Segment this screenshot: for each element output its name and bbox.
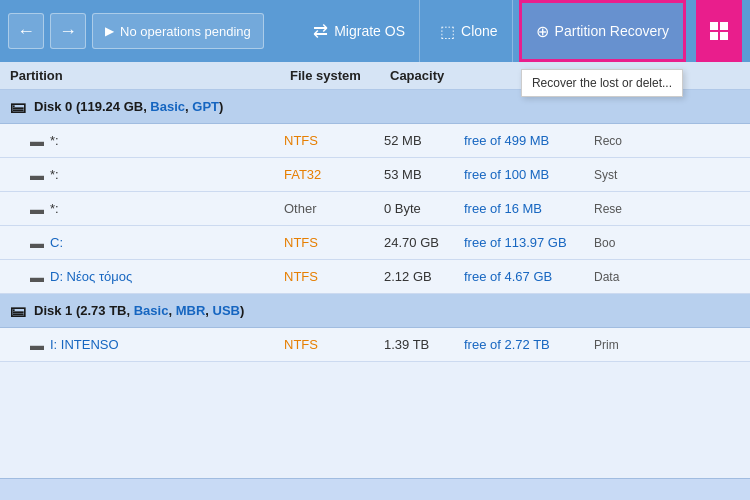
partition-name: *: — [50, 133, 284, 148]
partition-recovery-action[interactable]: ⊕ Partition Recovery Recover the lost or… — [519, 0, 686, 62]
disk-row: 🖴Disk 1 (2.73 TB, Basic, MBR, USB) — [0, 294, 750, 328]
partition-free: free of 16 MB — [464, 201, 594, 216]
migrate-os-action[interactable]: ⇄ Migrate OS — [299, 0, 420, 62]
clone-label: Clone — [461, 23, 498, 39]
no-operations-label: No operations pending — [120, 24, 251, 39]
table-row[interactable]: ▬D: Νέος τόμοςNTFS2.12 GBfree of 4.67 GB… — [0, 260, 750, 294]
partition-name: D: Νέος τόμος — [50, 269, 284, 284]
windows-icon — [710, 22, 728, 40]
partition-type: Rese — [594, 202, 622, 216]
windows-button[interactable] — [696, 0, 742, 62]
partition-type: Prim — [594, 338, 619, 352]
partition-size: 1.39 TB — [384, 337, 464, 352]
partition-name: *: — [50, 167, 284, 182]
table-row[interactable]: ▬C:NTFS24.70 GBfree of 113.97 GBBoo — [0, 226, 750, 260]
partition-type: Data — [594, 270, 619, 284]
partition-size: 53 MB — [384, 167, 464, 182]
partition-icon: ▬ — [30, 235, 44, 251]
disk-label: Disk 0 (119.24 GB, Basic, GPT) — [34, 99, 223, 114]
partition-free: free of 499 MB — [464, 133, 594, 148]
partition-size: 2.12 GB — [384, 269, 464, 284]
partition-name: C: — [50, 235, 284, 250]
partition-free: free of 4.67 GB — [464, 269, 594, 284]
clone-icon: ⬚ — [440, 22, 455, 41]
partition-size: 0 Byte — [384, 201, 464, 216]
migrate-os-label: Migrate OS — [334, 23, 405, 39]
partition-icon: ▬ — [30, 337, 44, 353]
no-operations-button: ▶ No operations pending — [92, 13, 264, 49]
partition-name: *: — [50, 201, 284, 216]
clone-action[interactable]: ⬚ Clone — [426, 0, 513, 62]
status-bar — [0, 478, 750, 500]
partition-size: 24.70 GB — [384, 235, 464, 250]
partition-recovery-label: Partition Recovery — [555, 23, 669, 39]
col-filesystem-header: File system — [290, 68, 390, 83]
tooltip-text: Recover the lost or delet... — [532, 76, 672, 90]
toolbar: ← → ▶ No operations pending ⇄ Migrate OS… — [0, 0, 750, 62]
partition-free: free of 113.97 GB — [464, 235, 594, 250]
play-icon: ▶ — [105, 24, 114, 38]
partition-filesystem: NTFS — [284, 235, 384, 250]
partition-filesystem: FAT32 — [284, 167, 384, 182]
partition-free: free of 2.72 TB — [464, 337, 594, 352]
partition-type: Boo — [594, 236, 615, 250]
disk-icon: 🖴 — [10, 302, 26, 320]
tooltip: Recover the lost or delet... — [521, 69, 683, 97]
partition-filesystem: NTFS — [284, 337, 384, 352]
partition-filesystem: NTFS — [284, 133, 384, 148]
table-row[interactable]: ▬I: INTENSONTFS1.39 TBfree of 2.72 TBPri… — [0, 328, 750, 362]
table-row[interactable]: ▬*:FAT3253 MBfree of 100 MBSyst — [0, 158, 750, 192]
partition-free: free of 100 MB — [464, 167, 594, 182]
partition-icon: ▬ — [30, 167, 44, 183]
back-icon: ← — [17, 21, 35, 42]
partition-type: Syst — [594, 168, 617, 182]
forward-icon: → — [59, 21, 77, 42]
partition-size: 52 MB — [384, 133, 464, 148]
partition-icon: ▬ — [30, 269, 44, 285]
col-partition-header: Partition — [10, 68, 290, 83]
disk-table: 🖴Disk 0 (119.24 GB, Basic, GPT)▬*:NTFS52… — [0, 90, 750, 478]
partition-name: I: INTENSO — [50, 337, 284, 352]
back-button[interactable]: ← — [8, 13, 44, 49]
disk-icon: 🖴 — [10, 98, 26, 116]
table-row[interactable]: ▬*:NTFS52 MBfree of 499 MBReco — [0, 124, 750, 158]
disk-label: Disk 1 (2.73 TB, Basic, MBR, USB) — [34, 303, 244, 318]
partition-type: Reco — [594, 134, 622, 148]
partition-recovery-icon: ⊕ — [536, 22, 549, 41]
forward-button[interactable]: → — [50, 13, 86, 49]
partition-filesystem: NTFS — [284, 269, 384, 284]
partition-filesystem: Other — [284, 201, 384, 216]
partition-icon: ▬ — [30, 201, 44, 217]
migrate-icon: ⇄ — [313, 20, 328, 42]
partition-icon: ▬ — [30, 133, 44, 149]
table-row[interactable]: ▬*:Other0 Bytefree of 16 MBRese — [0, 192, 750, 226]
